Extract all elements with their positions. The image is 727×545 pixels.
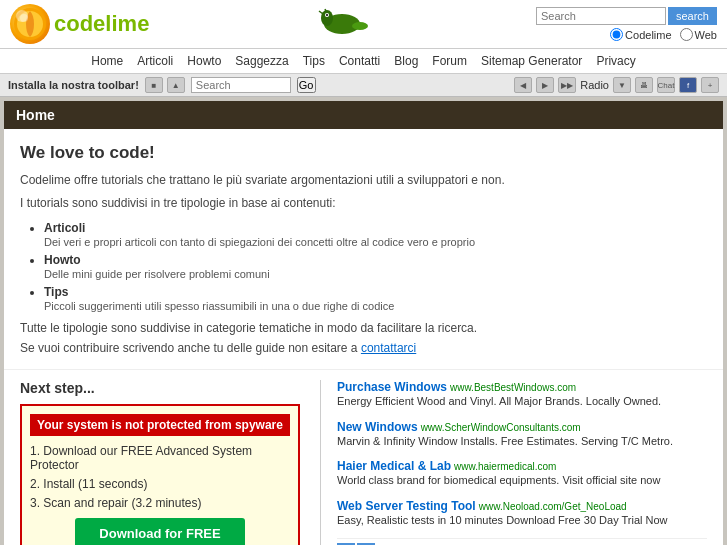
intro-para-1: Codelime offre tutorials che trattano le… xyxy=(20,171,707,190)
toolbar-icon-2[interactable]: ▲ xyxy=(167,77,185,93)
bullet-tips-title: Tips xyxy=(44,285,68,299)
toolbar-print-icon[interactable]: 🖶 xyxy=(635,77,653,93)
page-title-bar: Home xyxy=(4,101,723,129)
bullet-howto-title: Howto xyxy=(44,253,81,267)
radio-codelime-label[interactable]: Codelime xyxy=(610,28,671,41)
ad-3-desc: World class brand for biomedical equipme… xyxy=(337,473,707,488)
list-item: 2. Install (11 seconds) xyxy=(30,477,290,491)
ad-2-title[interactable]: New Windows xyxy=(337,420,418,434)
bullet-tips-desc: Piccoli suggerimenti utili spesso riassu… xyxy=(44,300,394,312)
nav-contatti[interactable]: Contatti xyxy=(339,54,380,68)
step-list: 1. Download our FREE Advanced System Pro… xyxy=(30,444,290,510)
svg-point-7 xyxy=(326,14,328,16)
ad-1-desc: Energy Efficient Wood and Vinyl. All Maj… xyxy=(337,394,707,409)
gecko-image xyxy=(315,8,370,40)
search-input[interactable] xyxy=(536,7,666,25)
footer-text-2: Se vuoi contribuire scrivendo anche tu d… xyxy=(20,341,707,355)
toolbar-radio-label: Radio xyxy=(580,79,609,91)
toolbar-forward-icon[interactable]: ▶ xyxy=(536,77,554,93)
toolbar-right: ◀ ▶ ▶▶ Radio ▼ 🖶 Chat f + xyxy=(514,77,719,93)
ad-item-3: Haier Medical & Lab www.haiermedical.com… xyxy=(337,459,707,488)
toolbar-row: Installa la nostra toolbar! ■ ▲ Go ◀ ▶ ▶… xyxy=(0,74,727,97)
page-title: Home xyxy=(16,107,55,123)
radio-codelime[interactable] xyxy=(610,28,623,41)
nav-articoli[interactable]: Articoli xyxy=(137,54,173,68)
svg-line-8 xyxy=(319,11,323,14)
ad-4-url: www.Neoload.com/Get_NeoLoad xyxy=(479,501,627,512)
svg-point-4 xyxy=(352,22,368,30)
toolbar-extra-icon[interactable]: + xyxy=(701,77,719,93)
ad-item-4: Web Server Testing Tool www.Neoload.com/… xyxy=(337,499,707,528)
ad-1-title[interactable]: Purchase Windows xyxy=(337,380,447,394)
intro-text: Codelime offre tutorials che trattano le… xyxy=(20,171,707,213)
ad-item-1: Purchase Windows www.BestBestWindows.com… xyxy=(337,380,707,409)
search-area: search Codelime Web xyxy=(536,7,717,41)
bullet-howto-desc: Delle mini guide per risolvere problemi … xyxy=(44,268,270,280)
bullet-list: Articoli Dei veri e propri articoli con … xyxy=(44,221,707,313)
ad-3-title[interactable]: Haier Medical & Lab xyxy=(337,459,451,473)
ad-item-2: New Windows www.ScherWindowConsultants.c… xyxy=(337,420,707,449)
nav-blog[interactable]: Blog xyxy=(394,54,418,68)
spyware-box: Your system is not protected from spywar… xyxy=(20,404,300,545)
nav-privacy[interactable]: Privacy xyxy=(596,54,635,68)
ads-column: Purchase Windows www.BestBestWindows.com… xyxy=(320,380,707,545)
main-heading: We love to code! xyxy=(20,143,707,163)
logo-area: codelime xyxy=(10,4,149,44)
toolbar-chat-icon[interactable]: Chat xyxy=(657,77,675,93)
search-box-row: search xyxy=(536,7,717,25)
list-item: Tips Piccoli suggerimenti utili spesso r… xyxy=(44,285,707,313)
contact-link[interactable]: contattarci xyxy=(361,341,416,355)
search-button[interactable]: search xyxy=(668,7,717,25)
ad-4-title[interactable]: Web Server Testing Tool xyxy=(337,499,476,513)
list-item: Articoli Dei veri e propri articoli con … xyxy=(44,221,707,249)
logo-lime: lime xyxy=(105,11,149,36)
toolbar-back-icon[interactable]: ◀ xyxy=(514,77,532,93)
logo-text: codelime xyxy=(54,11,149,37)
logo-icon xyxy=(10,4,50,44)
search-radio-row: Codelime Web xyxy=(610,28,717,41)
footer-text-1: Tutte le tipologie sono suddivise in cat… xyxy=(20,321,707,335)
toolbar-label: Installa la nostra toolbar! xyxy=(8,79,139,91)
ad-4-desc: Easy, Realistic tests in 10 minutes Down… xyxy=(337,513,707,528)
toolbar-media-icon[interactable]: ▶▶ xyxy=(558,77,576,93)
bullet-articoli-title: Articoli xyxy=(44,221,85,235)
nav-howto[interactable]: Howto xyxy=(187,54,221,68)
nav-home[interactable]: Home xyxy=(91,54,123,68)
nav-tips[interactable]: Tips xyxy=(303,54,325,68)
ad-3-url: www.haiermedical.com xyxy=(454,461,556,472)
toolbar-icon-1[interactable]: ■ xyxy=(145,77,163,93)
logo-code: code xyxy=(54,11,105,36)
ad-2-url: www.ScherWindowConsultants.com xyxy=(421,422,581,433)
nav-saggezza[interactable]: Saggezza xyxy=(235,54,288,68)
svg-point-2 xyxy=(20,14,28,22)
next-step-column: Next step... Your system is not protecte… xyxy=(20,380,320,545)
nav-forum[interactable]: Forum xyxy=(432,54,467,68)
list-item: Howto Delle mini guide per risolvere pro… xyxy=(44,253,707,281)
toolbar-radio-icon[interactable]: ▼ xyxy=(613,77,631,93)
lower-section: Next step... Your system is not protecte… xyxy=(4,369,723,545)
ad-2-desc: Marvin & Infinity Window Installs. Free … xyxy=(337,434,707,449)
radio-web-label[interactable]: Web xyxy=(680,28,717,41)
ads-footer: ◀ ▶ Annunci Google Top xyxy=(337,538,707,545)
nav-sitemap-generator[interactable]: Sitemap Generator xyxy=(481,54,582,68)
toolbar-go-button[interactable]: Go xyxy=(297,77,316,93)
list-item: 1. Download our FREE Advanced System Pro… xyxy=(30,444,290,472)
main-nav: Home Articoli Howto Saggezza Tips Contat… xyxy=(0,49,727,74)
main-content: We love to code! Codelime offre tutorial… xyxy=(4,129,723,369)
spyware-warning: Your system is not protected from spywar… xyxy=(30,414,290,436)
bullet-articoli-desc: Dei veri e propri articoli con tanto di … xyxy=(44,236,475,248)
content-wrapper: Home We love to code! Codelime offre tut… xyxy=(0,97,727,545)
radio-web[interactable] xyxy=(680,28,693,41)
toolbar-icons: ■ ▲ xyxy=(145,77,185,93)
list-item: 3. Scan and repair (3.2 minutes) xyxy=(30,496,290,510)
top-header: codelime search Codelime Web xyxy=(0,0,727,49)
ad-1-url: www.BestBestWindows.com xyxy=(450,382,576,393)
intro-para-2: I tutorials sono suddivisi in tre tipolo… xyxy=(20,194,707,213)
toolbar-fb-icon[interactable]: f xyxy=(679,77,697,93)
footer-text-2-prefix: Se vuoi contribuire scrivendo anche tu d… xyxy=(20,341,361,355)
download-button[interactable]: Download for FREE xyxy=(75,518,244,545)
next-step-title: Next step... xyxy=(20,380,300,396)
toolbar-search-input[interactable] xyxy=(191,77,291,93)
